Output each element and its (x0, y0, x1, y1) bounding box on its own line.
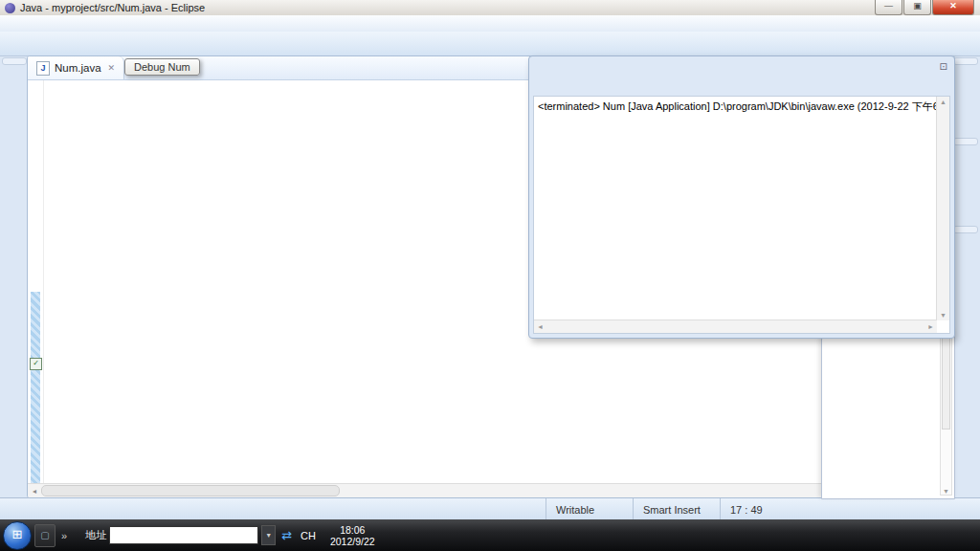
view-menu-icon[interactable]: ⊡ (940, 61, 947, 72)
address-input[interactable] (109, 526, 258, 544)
scroll-left-icon[interactable]: ◂ (28, 487, 41, 496)
insert-mode-status: Smart Insert (633, 498, 720, 520)
minimized-view-bar-misc (953, 226, 978, 233)
status-spacer (0, 498, 546, 520)
show-desktop-icon[interactable]: ▢ (34, 524, 56, 547)
annotation-gutter: ✓ (28, 80, 44, 484)
eclipse-app-icon (5, 3, 15, 13)
start-button[interactable]: ⊞ (3, 521, 32, 550)
editor-horizontal-scrollbar[interactable]: ◂ (28, 483, 954, 497)
taskbar-clock[interactable]: 18:06 2012/9/22 (326, 524, 380, 547)
clock-date: 2012/9/22 (330, 536, 375, 547)
minimized-view-bar-outline (953, 138, 978, 145)
caret-position-status: 17 : 49 (720, 498, 792, 520)
menu-bar (0, 15, 980, 32)
editor-tab-num-java[interactable]: J Num.java ✕ (28, 56, 124, 79)
editor-tab-label: Num.java (55, 62, 101, 74)
close-button[interactable]: ✕ (932, 0, 974, 15)
console-content: <terminated> Num [Java Application] D:\p… (533, 96, 950, 334)
writable-status: Writable (546, 498, 633, 520)
console-status-line: <terminated> Num [Java Application] D:\p… (534, 97, 949, 115)
help-scrollbar[interactable]: ▼ (940, 335, 952, 496)
minimized-view-bar-left (2, 57, 27, 65)
tab-close-icon[interactable]: ✕ (108, 63, 116, 73)
scroll-right-icon[interactable]: ► (927, 323, 934, 330)
console-vertical-scrollbar[interactable]: ▲▼ (936, 97, 949, 320)
address-go-icon[interactable]: ⇄ (278, 528, 295, 542)
address-toolbar-label: 地址 (85, 528, 106, 542)
clock-time: 18:06 (340, 524, 365, 536)
status-bar: Writable Smart Insert 17 : 49 (0, 497, 980, 520)
debug-tooltip: Debug Num (124, 58, 200, 76)
console-panel: ⊡ <terminated> Num [Java Application] D:… (528, 55, 955, 339)
restore-button[interactable]: ▣ (903, 0, 931, 15)
scroll-left-icon[interactable]: ◄ (537, 323, 544, 330)
minimized-view-bar-console (953, 57, 978, 65)
scroll-up-icon[interactable]: ▲ (940, 99, 947, 105)
windows-taskbar: ⊞ ▢ » 地址 ▼ ⇄ CH 18:06 2012/9/22 (0, 519, 980, 551)
address-dropdown-icon[interactable]: ▼ (261, 525, 276, 545)
title-bar: Java - myproject/src/Num.java - Eclipse (0, 0, 980, 16)
console-tab-bar: ⊡ (529, 56, 954, 78)
scrollbar-thumb[interactable] (41, 485, 340, 496)
language-indicator[interactable]: CH (298, 530, 319, 541)
help-panel: ▼ (821, 331, 955, 499)
window-controls: — ▣ ✕ (875, 0, 974, 15)
main-toolbar (0, 32, 980, 56)
method-range-indicator (31, 292, 40, 484)
minimize-button[interactable]: — (875, 0, 902, 15)
todo-task-icon[interactable]: ✓ (30, 358, 42, 370)
scroll-down-icon[interactable]: ▼ (941, 488, 951, 495)
console-toolbar (529, 78, 954, 95)
window-title: Java - myproject/src/Num.java - Eclipse (20, 2, 205, 13)
taskbar-overflow-chevron[interactable]: » (58, 530, 70, 541)
scroll-down-icon[interactable]: ▼ (940, 312, 947, 319)
console-horizontal-scrollbar[interactable]: ◄► (534, 320, 937, 333)
scrollbar-thumb[interactable] (942, 337, 950, 430)
java-file-icon: J (36, 61, 50, 76)
console-output[interactable] (534, 115, 949, 117)
